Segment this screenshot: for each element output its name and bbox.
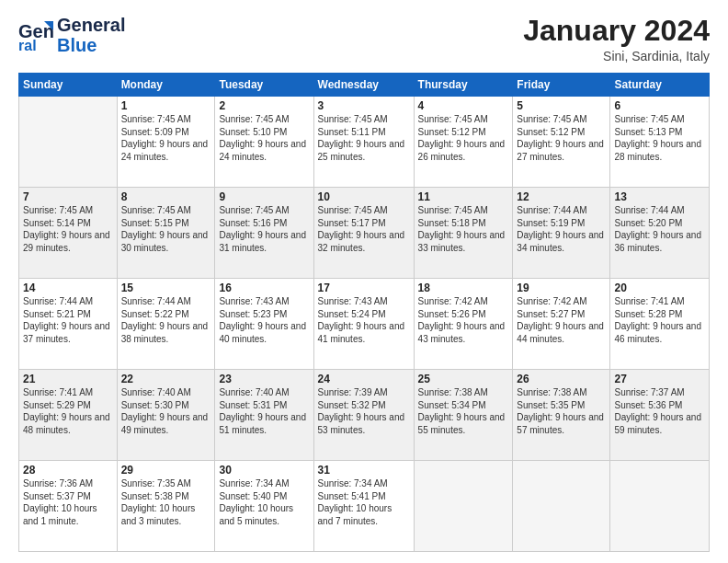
cell-info: Sunrise: 7:38 AMSunset: 5:35 PMDaylight:… (517, 386, 606, 436)
header: Gene ral General Blue January 2024 Sini,… (18, 15, 710, 63)
cell-info: Sunrise: 7:45 AMSunset: 5:13 PMDaylight:… (614, 113, 705, 163)
title-block: January 2024 Sini, Sardinia, Italy (523, 15, 710, 63)
calendar-cell: 28Sunrise: 7:36 AMSunset: 5:37 PMDayligh… (19, 461, 118, 552)
cell-info: Sunrise: 7:45 AMSunset: 5:15 PMDaylight:… (121, 204, 211, 254)
day-number: 25 (418, 373, 509, 385)
calendar-cell: 29Sunrise: 7:35 AMSunset: 5:38 PMDayligh… (117, 461, 215, 552)
cell-info: Sunrise: 7:40 AMSunset: 5:30 PMDaylight:… (121, 386, 211, 436)
day-number: 10 (318, 190, 410, 203)
day-number: 26 (517, 373, 606, 385)
day-number: 2 (219, 99, 309, 112)
day-header-friday: Friday (513, 74, 610, 97)
calendar-cell: 24Sunrise: 7:39 AMSunset: 5:32 PMDayligh… (313, 370, 414, 461)
calendar-cell: 30Sunrise: 7:34 AMSunset: 5:40 PMDayligh… (215, 461, 313, 552)
calendar-cell (513, 461, 610, 552)
cell-info: Sunrise: 7:45 AMSunset: 5:17 PMDaylight:… (318, 204, 410, 254)
day-number: 6 (614, 99, 705, 112)
cell-info: Sunrise: 7:38 AMSunset: 5:34 PMDaylight:… (418, 386, 509, 436)
day-number: 17 (318, 282, 410, 294)
cell-info: Sunrise: 7:36 AMSunset: 5:37 PMDaylight:… (23, 477, 113, 527)
day-number: 16 (219, 282, 309, 294)
day-number: 1 (121, 99, 211, 112)
day-number: 23 (219, 373, 309, 385)
day-number: 7 (23, 190, 113, 203)
cell-info: Sunrise: 7:45 AMSunset: 5:14 PMDaylight:… (23, 204, 113, 254)
day-number: 21 (23, 373, 113, 385)
day-number: 15 (121, 282, 211, 294)
calendar-week-row: 7Sunrise: 7:45 AMSunset: 5:14 PMDaylight… (19, 188, 710, 279)
calendar-table: SundayMondayTuesdayWednesdayThursdayFrid… (18, 73, 710, 552)
calendar-cell: 23Sunrise: 7:40 AMSunset: 5:31 PMDayligh… (215, 370, 313, 461)
location: Sini, Sardinia, Italy (523, 49, 710, 63)
calendar-cell: 13Sunrise: 7:44 AMSunset: 5:20 PMDayligh… (610, 188, 710, 279)
day-header-saturday: Saturday (610, 74, 710, 97)
svg-text:ral: ral (18, 38, 37, 52)
day-header-tuesday: Tuesday (215, 74, 313, 97)
calendar-cell: 16Sunrise: 7:43 AMSunset: 5:23 PMDayligh… (215, 279, 313, 370)
cell-info: Sunrise: 7:43 AMSunset: 5:23 PMDaylight:… (219, 295, 309, 345)
calendar-cell: 6Sunrise: 7:45 AMSunset: 5:13 PMDaylight… (610, 97, 710, 188)
calendar-cell: 21Sunrise: 7:41 AMSunset: 5:29 PMDayligh… (19, 370, 118, 461)
cell-info: Sunrise: 7:37 AMSunset: 5:36 PMDaylight:… (614, 386, 705, 436)
calendar-cell: 25Sunrise: 7:38 AMSunset: 5:34 PMDayligh… (414, 370, 513, 461)
cell-info: Sunrise: 7:44 AMSunset: 5:21 PMDaylight:… (23, 295, 113, 345)
calendar-cell: 8Sunrise: 7:45 AMSunset: 5:15 PMDaylight… (117, 188, 215, 279)
cell-info: Sunrise: 7:39 AMSunset: 5:32 PMDaylight:… (318, 386, 410, 436)
cell-info: Sunrise: 7:44 AMSunset: 5:19 PMDaylight:… (517, 204, 606, 254)
day-header-monday: Monday (117, 74, 215, 97)
cell-info: Sunrise: 7:43 AMSunset: 5:24 PMDaylight:… (318, 295, 410, 345)
cell-info: Sunrise: 7:45 AMSunset: 5:18 PMDaylight:… (418, 204, 509, 254)
cell-info: Sunrise: 7:41 AMSunset: 5:28 PMDaylight:… (614, 295, 705, 345)
calendar-cell: 11Sunrise: 7:45 AMSunset: 5:18 PMDayligh… (414, 188, 513, 279)
calendar-cell: 3Sunrise: 7:45 AMSunset: 5:11 PMDaylight… (313, 97, 414, 188)
cell-info: Sunrise: 7:45 AMSunset: 5:09 PMDaylight:… (121, 113, 211, 163)
day-header-sunday: Sunday (19, 74, 118, 97)
calendar-week-row: 1Sunrise: 7:45 AMSunset: 5:09 PMDaylight… (19, 97, 710, 188)
cell-info: Sunrise: 7:41 AMSunset: 5:29 PMDaylight:… (23, 386, 113, 436)
day-number: 3 (318, 99, 410, 112)
day-number: 24 (318, 373, 410, 385)
calendar-cell: 15Sunrise: 7:44 AMSunset: 5:22 PMDayligh… (117, 279, 215, 370)
cell-info: Sunrise: 7:45 AMSunset: 5:10 PMDaylight:… (219, 113, 309, 163)
cell-info: Sunrise: 7:40 AMSunset: 5:31 PMDaylight:… (219, 386, 309, 436)
calendar-week-row: 28Sunrise: 7:36 AMSunset: 5:37 PMDayligh… (19, 461, 710, 552)
cell-info: Sunrise: 7:44 AMSunset: 5:22 PMDaylight:… (121, 295, 211, 345)
calendar-cell: 22Sunrise: 7:40 AMSunset: 5:30 PMDayligh… (117, 370, 215, 461)
day-number: 19 (517, 282, 606, 294)
calendar-cell: 27Sunrise: 7:37 AMSunset: 5:36 PMDayligh… (610, 370, 710, 461)
calendar-cell: 2Sunrise: 7:45 AMSunset: 5:10 PMDaylight… (215, 97, 313, 188)
calendar-cell: 31Sunrise: 7:34 AMSunset: 5:41 PMDayligh… (313, 461, 414, 552)
day-number: 8 (121, 190, 211, 203)
cell-info: Sunrise: 7:45 AMSunset: 5:12 PMDaylight:… (418, 113, 509, 163)
day-number: 31 (318, 464, 410, 477)
day-number: 28 (23, 464, 113, 477)
cell-info: Sunrise: 7:34 AMSunset: 5:41 PMDaylight:… (318, 477, 410, 527)
day-header-thursday: Thursday (414, 74, 513, 97)
day-number: 5 (517, 99, 606, 112)
cell-info: Sunrise: 7:35 AMSunset: 5:38 PMDaylight:… (121, 477, 211, 527)
calendar-cell: 4Sunrise: 7:45 AMSunset: 5:12 PMDaylight… (414, 97, 513, 188)
cell-info: Sunrise: 7:42 AMSunset: 5:27 PMDaylight:… (517, 295, 606, 345)
calendar-week-row: 21Sunrise: 7:41 AMSunset: 5:29 PMDayligh… (19, 370, 710, 461)
cell-info: Sunrise: 7:44 AMSunset: 5:20 PMDaylight:… (614, 204, 705, 254)
day-number: 30 (219, 464, 309, 477)
calendar-cell: 1Sunrise: 7:45 AMSunset: 5:09 PMDaylight… (117, 97, 215, 188)
logo-icon: Gene ral (18, 17, 53, 52)
month-title: January 2024 (523, 15, 710, 47)
cell-info: Sunrise: 7:34 AMSunset: 5:40 PMDaylight:… (219, 477, 309, 527)
calendar-cell: 9Sunrise: 7:45 AMSunset: 5:16 PMDaylight… (215, 188, 313, 279)
calendar-header-row: SundayMondayTuesdayWednesdayThursdayFrid… (19, 74, 710, 97)
day-number: 27 (614, 373, 705, 385)
calendar-cell (610, 461, 710, 552)
calendar-cell: 5Sunrise: 7:45 AMSunset: 5:12 PMDaylight… (513, 97, 610, 188)
calendar-cell: 12Sunrise: 7:44 AMSunset: 5:19 PMDayligh… (513, 188, 610, 279)
day-header-wednesday: Wednesday (313, 74, 414, 97)
calendar-cell (414, 461, 513, 552)
cell-info: Sunrise: 7:45 AMSunset: 5:16 PMDaylight:… (219, 204, 309, 254)
calendar-cell (19, 97, 118, 188)
calendar-cell: 19Sunrise: 7:42 AMSunset: 5:27 PMDayligh… (513, 279, 610, 370)
day-number: 29 (121, 464, 211, 477)
calendar-cell: 14Sunrise: 7:44 AMSunset: 5:21 PMDayligh… (19, 279, 118, 370)
calendar-cell: 17Sunrise: 7:43 AMSunset: 5:24 PMDayligh… (313, 279, 414, 370)
calendar-cell: 20Sunrise: 7:41 AMSunset: 5:28 PMDayligh… (610, 279, 710, 370)
